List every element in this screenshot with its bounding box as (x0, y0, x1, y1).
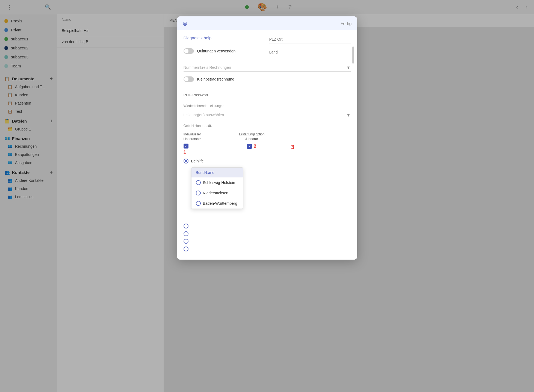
toggle1-land-row: Quittungen verwenden (184, 48, 351, 59)
badenwuerttemberg-label: Baden-Württemberg (203, 201, 237, 206)
toggle-quittungen-row: Quittungen verwenden (184, 48, 265, 54)
modal-header: ⊗ Fertig (177, 16, 357, 30)
badge-1: 1 (184, 150, 186, 155)
beihilfe-section: Beihilfe Bund-Land Schleswig-Holstein (184, 159, 351, 251)
toggle-kleinbetrag-knob (184, 77, 188, 81)
dropdown-item-3[interactable]: Baden-Württemberg (191, 198, 243, 209)
checkbox-col1[interactable]: ✓ (184, 144, 188, 149)
toggle-quittungen-knob (184, 49, 188, 53)
extra-radio-rows (184, 224, 351, 251)
wiederkehrende-row: Wiederkehrende Leistungen Leistung(en) a… (184, 104, 351, 119)
close-button[interactable]: ⊗ (182, 21, 187, 27)
plz-ort-input[interactable] (269, 35, 351, 43)
radio-extra2[interactable] (184, 231, 188, 236)
modal: ⊗ Fertig Diagnostik.help (177, 16, 357, 260)
col2-header: Erstattungsoption/Honorar (227, 131, 276, 144)
radio-extra3[interactable] (184, 239, 188, 244)
fertig-button[interactable]: Fertig (341, 21, 352, 26)
gebuh-heading: GebüH Honorarsätze (184, 124, 351, 128)
radio-row-extra3 (184, 239, 351, 244)
checkbox-col2[interactable]: ✓ (247, 144, 252, 149)
plz-section (269, 35, 351, 43)
link-and-plz-row: Diagnostik.help (184, 35, 351, 43)
beihilfe-dropdown-popup: Bund-Land Schleswig-Holstein Niedersachs… (191, 167, 243, 209)
beihilfe-radio[interactable] (184, 159, 188, 164)
radio-niedersachsen[interactable] (196, 191, 201, 195)
col3-badge-cell: 3 (276, 144, 309, 151)
nummernkreis-select[interactable]: Nummernkreis Rechnungen (184, 64, 351, 72)
link-section: Diagnostik.help (184, 35, 265, 43)
toggle-kleinbetrag-label: Kleinbetragsrechnung (197, 77, 234, 81)
scrollbar-track[interactable] (352, 35, 354, 251)
toggle-kleinbetrag[interactable] (184, 76, 194, 82)
land-section (269, 48, 351, 59)
badge-2: 2 (253, 144, 256, 149)
radio-schleswig[interactable] (196, 180, 201, 185)
modal-body: Diagnostik.help Quittungen verwenden (177, 30, 357, 260)
col1-header: IndividuellerHonorarsatz (184, 131, 227, 144)
nummernkreis-row: Nummernkreis Rechnungen ▼ (184, 64, 351, 72)
niedersachsen-label: Niedersachsen (203, 191, 228, 195)
radio-row-extra1 (184, 224, 351, 228)
beihilfe-radio-row: Beihilfe (184, 159, 351, 164)
diagnostik-link[interactable]: Diagnostik.help (184, 35, 212, 40)
col1-checkbox-cell: ✓ 1 (184, 144, 227, 155)
dropdown-item-0[interactable]: Bund-Land (191, 168, 243, 177)
dropdown-item-1[interactable]: Schleswig-Holstein (191, 177, 243, 188)
col2-checkbox-cell: ✓ 2 (227, 144, 276, 149)
scrollbar-thumb[interactable] (352, 46, 354, 64)
land-input[interactable] (269, 48, 351, 56)
pdf-passwort-input[interactable] (184, 91, 351, 99)
dropdown-item-2[interactable]: Niedersachsen (191, 188, 243, 198)
leistungen-select[interactable]: Leistung(en) auswählen (184, 111, 351, 119)
radio-row-extra2 (184, 231, 351, 236)
radio-badenwuerttemberg[interactable] (196, 201, 201, 206)
radio-extra4[interactable] (184, 247, 188, 251)
pdf-passwort-row (184, 91, 351, 99)
gebuh-section: GebüH Honorarsätze IndividuellerHonorars… (184, 124, 351, 251)
leistungen-wrapper: Leistung(en) auswählen ▼ (184, 111, 351, 119)
radio-extra1[interactable] (184, 224, 188, 228)
toggle-kleinbetrag-row: Kleinbetragsrechnung (184, 76, 351, 82)
schleswig-label: Schleswig-Holstein (203, 180, 235, 185)
wiederkehrende-label: Wiederkehrende Leistungen (184, 104, 351, 108)
gebuh-table: IndividuellerHonorarsatz Erstattungsopti… (184, 131, 351, 155)
badge-3: 3 (291, 144, 294, 151)
radio-row-extra4 (184, 247, 351, 251)
toggle-quittungen[interactable] (184, 48, 194, 54)
beihilfe-label: Beihilfe (191, 159, 204, 163)
spacer (184, 87, 351, 91)
toggle-quittungen-label: Quittungen verwenden (197, 49, 236, 53)
